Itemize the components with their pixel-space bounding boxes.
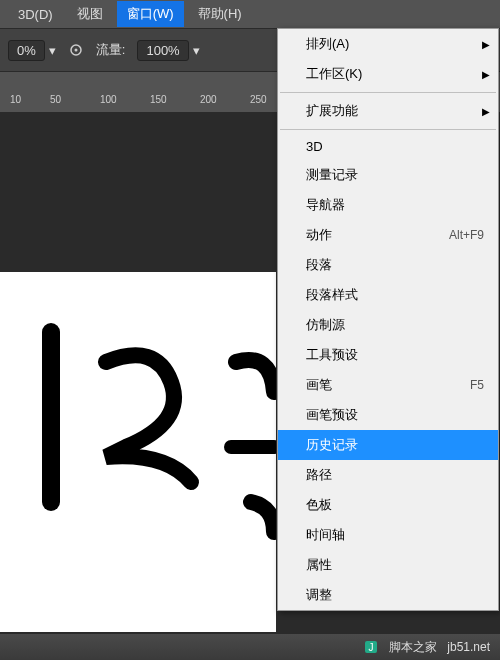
window-menu-dropdown: 排列(A)▶ 工作区(K)▶ 扩展功能▶ 3D 测量记录 导航器 动作Alt+F…: [277, 28, 499, 611]
submenu-arrow-icon: ▶: [482, 69, 490, 80]
ruler-tick-label: 150: [150, 94, 167, 105]
menu-item-paths[interactable]: 路径: [278, 460, 498, 490]
menu-item-brush-presets[interactable]: 画笔预设: [278, 400, 498, 430]
opacity-control[interactable]: 0% ▾: [8, 40, 56, 61]
menu-item-paragraph-styles[interactable]: 段落样式: [278, 280, 498, 310]
ruler-tick-label: 100: [100, 94, 117, 105]
flow-value: 100%: [137, 40, 188, 61]
ruler-tick-label: 10: [10, 94, 21, 105]
menu-separator: [280, 92, 496, 93]
chevron-down-icon: ▾: [193, 43, 200, 58]
menu-item-tool-presets[interactable]: 工具预设: [278, 340, 498, 370]
svg-text:J: J: [369, 642, 374, 653]
menu-item-arrange[interactable]: 排列(A)▶: [278, 29, 498, 59]
flow-control[interactable]: 100% ▾: [137, 40, 199, 61]
menu-item-paragraph[interactable]: 段落: [278, 250, 498, 280]
menu-separator: [280, 129, 496, 130]
chevron-down-icon: ▾: [49, 43, 56, 58]
menu-item-workspace[interactable]: 工作区(K)▶: [278, 59, 498, 89]
ruler-tick-label: 50: [50, 94, 61, 105]
airbrush-icon[interactable]: [68, 42, 84, 58]
shortcut-text: F5: [470, 378, 484, 392]
submenu-arrow-icon: ▶: [482, 106, 490, 117]
menu-item-actions[interactable]: 动作Alt+F9: [278, 220, 498, 250]
site-url: jb51.net: [447, 640, 490, 654]
menu-item-3d[interactable]: 3D: [278, 133, 498, 160]
menu-item-properties[interactable]: 属性: [278, 550, 498, 580]
shortcut-text: Alt+F9: [449, 228, 484, 242]
menu-item-adjustments[interactable]: 调整: [278, 580, 498, 610]
menu-window[interactable]: 窗口(W): [117, 1, 184, 27]
menu-item-history[interactable]: 历史记录: [278, 430, 498, 460]
submenu-arrow-icon: ▶: [482, 39, 490, 50]
watermark-bar: J 脚本之家 jb51.net: [0, 634, 500, 660]
menubar: 3D(D) 视图 窗口(W) 帮助(H): [0, 0, 500, 28]
menu-view[interactable]: 视图: [67, 1, 113, 27]
menu-help[interactable]: 帮助(H): [188, 1, 252, 27]
svg-point-1: [74, 49, 77, 52]
flow-label: 流量:: [96, 41, 126, 59]
menu-item-measurement-log[interactable]: 测量记录: [278, 160, 498, 190]
menu-item-timeline[interactable]: 时间轴: [278, 520, 498, 550]
document-canvas[interactable]: [0, 272, 276, 632]
site-logo-icon: J: [363, 639, 379, 655]
menu-item-navigator[interactable]: 导航器: [278, 190, 498, 220]
menu-item-clone-source[interactable]: 仿制源: [278, 310, 498, 340]
site-name: 脚本之家: [389, 639, 437, 656]
menu-item-swatches[interactable]: 色板: [278, 490, 498, 520]
ruler-tick-label: 200: [200, 94, 217, 105]
ruler-tick-label: 250: [250, 94, 267, 105]
menu-item-brush[interactable]: 画笔F5: [278, 370, 498, 400]
menu-item-extensions[interactable]: 扩展功能▶: [278, 96, 498, 126]
opacity-value: 0%: [8, 40, 45, 61]
canvas-content: [0, 272, 276, 632]
menu-3d[interactable]: 3D(D): [8, 3, 63, 26]
